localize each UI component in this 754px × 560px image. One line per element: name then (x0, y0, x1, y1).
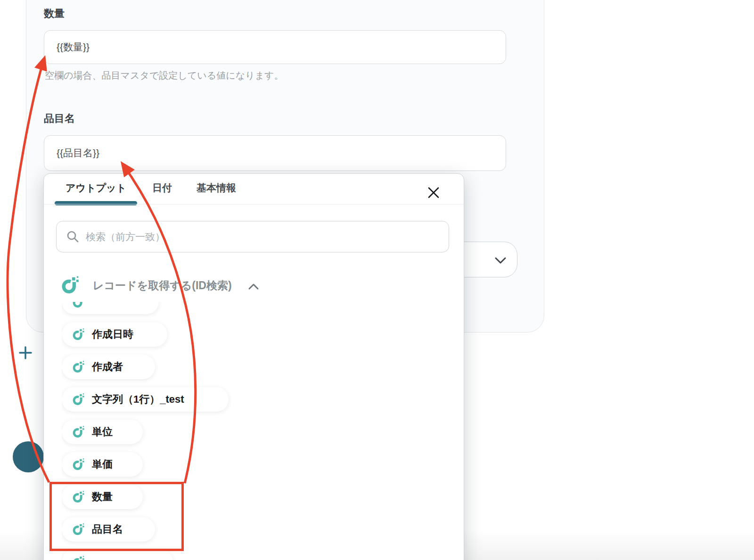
quantity-label: 数量 (44, 7, 65, 21)
close-icon (427, 186, 440, 199)
quantity-input[interactable] (44, 30, 506, 64)
item-name-label: 品目名 (44, 112, 75, 126)
output-pill[interactable] (62, 302, 159, 314)
output-pill-label: 単位 (92, 425, 113, 439)
chevron-down-icon (494, 257, 507, 264)
output-pill-label: 文字列（1行）_test (92, 392, 184, 406)
source-group-header[interactable]: レコードを取得する(ID検索) (61, 276, 259, 295)
search-input[interactable] (56, 221, 449, 252)
output-pill[interactable]: 単位 (62, 420, 143, 444)
record-app-icon (72, 426, 85, 438)
tab-divider (44, 204, 464, 204)
chevron-up-icon (248, 283, 259, 290)
source-group-title: レコードを取得する(ID検索) (93, 278, 232, 293)
tab-label: 日付 (152, 181, 172, 202)
record-app-icon (72, 328, 85, 341)
tab-bar: アウトプット日付基本情報 (55, 181, 236, 202)
search-icon (66, 230, 79, 243)
output-pill-label: 作成日時 (92, 327, 133, 341)
output-pill-label: 単価 (92, 457, 113, 471)
tab-item[interactable]: 基本情報 (197, 181, 236, 202)
output-pill-label: 作成者 (92, 360, 123, 374)
output-pill[interactable] (62, 550, 173, 560)
record-app-icon (61, 276, 80, 295)
record-app-icon (72, 393, 85, 406)
tab-label: 基本情報 (197, 181, 236, 202)
tab-active[interactable]: アウトプット (55, 181, 137, 202)
tab-label: アウトプット (66, 181, 126, 202)
highlight-box (49, 482, 184, 551)
add-step-button[interactable] (19, 346, 32, 359)
output-pill[interactable]: 文字列（1行）_test (62, 387, 229, 412)
record-app-icon (72, 556, 85, 560)
record-app-icon (72, 458, 85, 471)
tab-item[interactable]: 日付 (152, 181, 172, 202)
item-name-input[interactable] (44, 135, 506, 171)
record-app-icon (72, 361, 85, 373)
workflow-node[interactable] (13, 441, 44, 472)
output-pill[interactable]: 作成日時 (62, 322, 167, 347)
record-app-icon (72, 302, 85, 308)
output-pill[interactable]: 単価 (62, 452, 143, 477)
close-button[interactable] (427, 186, 440, 199)
screen: 数量 空欄の場合、品目マスタで設定している値になります。 品目名 アウトプット日… (0, 0, 754, 560)
search-box (56, 221, 449, 252)
quantity-help-text: 空欄の場合、品目マスタで設定している値になります。 (45, 69, 284, 82)
plus-icon (19, 346, 32, 359)
active-tab-underline (55, 201, 137, 205)
output-pill[interactable]: 作成者 (62, 355, 155, 379)
